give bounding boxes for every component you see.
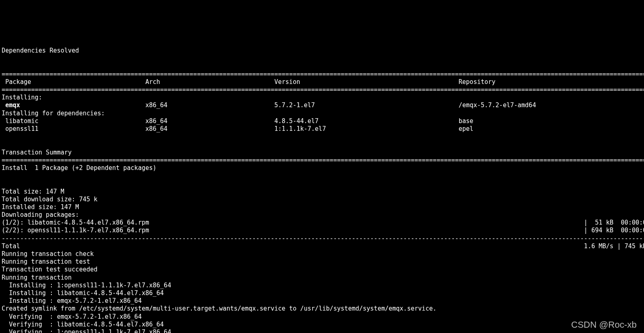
installed-size: Installed size: 147 M <box>2 203 79 211</box>
pkg-version: 1:1.1.1k-7.el7 <box>274 125 459 133</box>
divider: ========================================… <box>2 71 644 78</box>
total-label: Total <box>2 243 584 250</box>
col-version: Version <box>274 78 459 86</box>
divider: ========================================… <box>2 157 644 164</box>
total-download-size: Total download size: 745 k <box>2 196 98 203</box>
section-transaction-summary: Transaction Summary <box>2 149 72 156</box>
column-header-row: PackageArchVersionRepositorySize <box>2 78 644 86</box>
step-text: Verifying : libatomic-4.8.5-44.el7.x86_6… <box>2 321 644 329</box>
verify-step: Verifying : 1:openssl11-1.1.1k-7.el7.x86… <box>2 329 644 333</box>
running-transaction: Running transaction <box>2 274 72 281</box>
col-repository: Repository <box>459 78 644 86</box>
download-row: (2/2): openssl11-1.1.1k-7.el7.x86_64.rpm… <box>2 227 644 234</box>
download-stats: | 51 kB 00:00:00 <box>584 219 644 227</box>
pkg-row-dep: openssl11x86_641:1.1.1k-7.el7epel694 k <box>2 125 644 132</box>
pkg-repo: base <box>459 117 644 125</box>
test-succeeded: Transaction test succeeded <box>2 266 98 273</box>
downloading-packages: Downloading packages: <box>2 211 79 218</box>
step-text: Verifying : 1:openssl11-1.1.1k-7.el7.x86… <box>2 329 644 333</box>
pkg-arch: x86_64 <box>145 101 274 109</box>
terminal-output[interactable]: Dependencies Resolved ==================… <box>0 39 644 333</box>
download-file: (2/2): openssl11-1.1.1k-7.el7.x86_64.rpm <box>2 227 584 234</box>
running-check: Running transaction check <box>2 250 94 258</box>
symlink-line: Created symlink from /etc/systemd/system… <box>2 305 437 312</box>
step-text: Installing : libatomic-4.8.5-44.el7.x86_… <box>2 289 644 297</box>
verify-step: Verifying : libatomic-4.8.5-44.el7.x86_6… <box>2 321 644 328</box>
col-package: Package <box>2 78 145 86</box>
pkg-row-main: emqxx86_645.7.2-1.el7/emqx-5.7.2-el7-amd… <box>2 101 644 109</box>
pkg-version: 4.8.5-44.el7 <box>274 117 459 125</box>
pkg-arch: x86_64 <box>145 117 274 125</box>
total-size: Total size: 147 M <box>2 188 64 195</box>
running-test: Running transaction test <box>2 258 90 265</box>
step-text: Verifying : emqx-5.7.2-1.el7.x86_64 <box>2 313 644 321</box>
install-step: Installing : 1:openssl11-1.1.1k-7.el7.x8… <box>2 282 644 289</box>
pkg-version: 5.7.2-1.el7 <box>274 101 459 109</box>
pkg-name: openssl11 <box>2 125 145 133</box>
download-stats: | 694 kB 00:00:00 <box>584 227 644 234</box>
install-step: Installing : libatomic-4.8.5-44.el7.x86_… <box>2 289 644 297</box>
download-file: (1/2): libatomic-4.8.5-44.el7.x86_64.rpm <box>2 219 584 227</box>
section-installing: Installing: <box>2 94 42 101</box>
col-arch: Arch <box>145 78 274 86</box>
step-text: Installing : 1:openssl11-1.1.1k-7.el7.x8… <box>2 282 644 289</box>
total-line: Total1.6 MB/s | 745 kB 00:00:00 <box>2 243 644 250</box>
pkg-row-dep: libatomicx86_644.8.5-44.el7base51 k <box>2 117 644 125</box>
verify-step: Verifying : emqx-5.7.2-1.el7.x86_641/3 <box>2 313 644 320</box>
section-installing-deps: Installing for dependencies: <box>2 110 105 117</box>
install-summary: Install 1 Package (+2 Dependent packages… <box>2 164 156 172</box>
pkg-name: libatomic <box>2 117 145 125</box>
divider: ========================================… <box>2 86 644 93</box>
download-row: (1/2): libatomic-4.8.5-44.el7.x86_64.rpm… <box>2 219 644 226</box>
pkg-repo: /emqx-5.7.2-el7-amd64 <box>459 101 644 109</box>
total-stats: 1.6 MB/s | 745 kB 00:00:00 <box>584 243 644 250</box>
step-text: Installing : emqx-5.7.2-1.el7.x86_64 <box>2 297 644 305</box>
header-title: Dependencies Resolved <box>2 47 79 54</box>
pkg-repo: epel <box>459 125 644 133</box>
install-step: Installing : emqx-5.7.2-1.el7.x86_643/3 <box>2 297 644 304</box>
pkg-arch: x86_64 <box>145 125 274 133</box>
divider: ----------------------------------------… <box>2 235 644 242</box>
pkg-name: emqx <box>2 101 145 109</box>
